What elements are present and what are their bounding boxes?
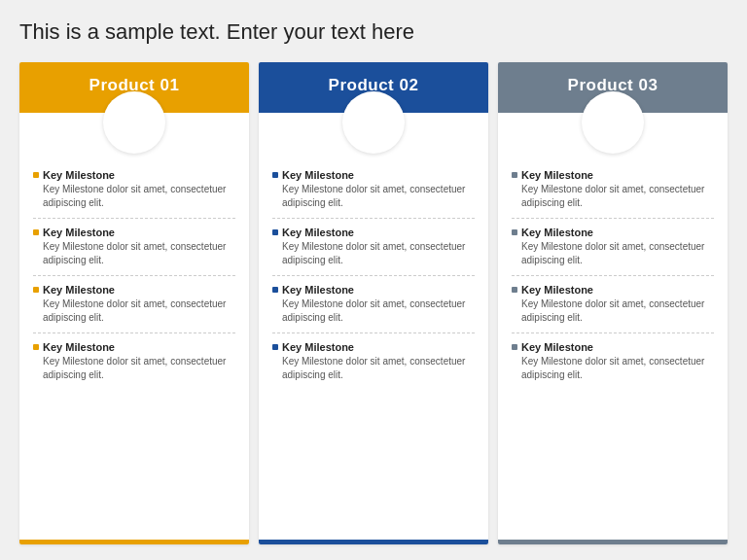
milestone-title: Key Milestone <box>272 284 475 296</box>
milestone-bullet <box>512 172 517 178</box>
milestone-title-text: Key Milestone <box>282 284 354 296</box>
milestone-title: Key Milestone <box>512 169 714 181</box>
card-body-1: Key MilestoneKey Milestone dolor sit ame… <box>19 154 249 540</box>
milestone-description: Key Milestone dolor sit amet, consectetu… <box>33 240 235 267</box>
milestone-title: Key Milestone <box>272 169 475 181</box>
milestone-item: Key MilestoneKey Milestone dolor sit ame… <box>272 219 475 276</box>
milestone-item: Key MilestoneKey Milestone dolor sit ame… <box>272 333 475 390</box>
product-card-3: Product 03 Key MilestoneKey Milestone do… <box>498 62 728 544</box>
milestone-title: Key Milestone <box>33 169 235 181</box>
milestone-bullet <box>33 229 39 235</box>
milestone-bullet <box>33 344 39 350</box>
milestone-title: Key Milestone <box>272 227 475 238</box>
milestone-title: Key Milestone <box>272 341 475 353</box>
milestone-title: Key Milestone <box>33 284 235 296</box>
milestone-description: Key Milestone dolor sit amet, consectetu… <box>33 355 235 382</box>
milestone-title-text: Key Milestone <box>282 169 354 181</box>
milestone-description: Key Milestone dolor sit amet, consectetu… <box>33 298 235 325</box>
milestone-title: Key Milestone <box>33 341 235 353</box>
milestone-bullet <box>272 344 278 350</box>
milestone-bullet <box>272 229 278 235</box>
milestone-title: Key Milestone <box>512 227 714 238</box>
milestone-item: Key MilestoneKey Milestone dolor sit ame… <box>512 219 714 276</box>
milestone-description: Key Milestone dolor sit amet, consectetu… <box>272 183 475 210</box>
card-icon-wrapper-2 <box>342 91 405 154</box>
milestone-title-text: Key Milestone <box>43 169 115 181</box>
milestone-item: Key MilestoneKey Milestone dolor sit ame… <box>272 276 475 333</box>
milestone-description: Key Milestone dolor sit amet, consectetu… <box>512 355 714 382</box>
milestone-title-text: Key Milestone <box>521 341 593 353</box>
milestone-title-text: Key Milestone <box>521 169 593 181</box>
milestone-bullet <box>272 172 278 178</box>
card-icon-wrapper-1 <box>103 91 165 154</box>
milestone-bullet <box>512 287 517 293</box>
milestone-item: Key MilestoneKey Milestone dolor sit ame… <box>33 333 235 390</box>
page-title: This is a sample text. Enter your text h… <box>19 19 728 45</box>
milestone-description: Key Milestone dolor sit amet, consectetu… <box>272 355 475 382</box>
milestone-title: Key Milestone <box>33 227 235 238</box>
milestone-title-text: Key Milestone <box>282 227 354 238</box>
milestone-item: Key MilestoneKey Milestone dolor sit ame… <box>512 333 714 390</box>
card-icon-wrapper-3 <box>582 91 644 154</box>
card-footer-bar-3 <box>498 540 728 544</box>
milestone-item: Key MilestoneKey Milestone dolor sit ame… <box>512 161 714 219</box>
milestone-title-text: Key Milestone <box>43 341 115 353</box>
milestone-title-text: Key Milestone <box>43 227 115 238</box>
milestone-item: Key MilestoneKey Milestone dolor sit ame… <box>512 276 714 333</box>
milestone-bullet <box>512 344 517 350</box>
milestone-bullet <box>33 287 39 293</box>
card-footer-bar-1 <box>19 540 249 544</box>
milestone-description: Key Milestone dolor sit amet, consectetu… <box>33 183 235 210</box>
milestone-description: Key Milestone dolor sit amet, consectetu… <box>512 183 714 210</box>
product-card-2: Product 02 Key MilestoneKey Milestone do… <box>259 62 488 544</box>
card-body-3: Key MilestoneKey Milestone dolor sit ame… <box>498 154 728 540</box>
milestone-title: Key Milestone <box>512 341 714 353</box>
milestone-title-text: Key Milestone <box>282 341 354 353</box>
milestone-title-text: Key Milestone <box>43 284 115 296</box>
milestone-description: Key Milestone dolor sit amet, consectetu… <box>272 298 475 325</box>
milestone-bullet <box>512 229 517 235</box>
milestone-description: Key Milestone dolor sit amet, consectetu… <box>512 240 714 267</box>
milestone-title-text: Key Milestone <box>521 284 593 296</box>
milestone-title: Key Milestone <box>512 284 714 296</box>
milestone-title-text: Key Milestone <box>521 227 593 238</box>
milestone-bullet <box>272 287 278 293</box>
milestone-item: Key MilestoneKey Milestone dolor sit ame… <box>272 161 475 219</box>
milestone-bullet <box>33 172 39 178</box>
milestone-description: Key Milestone dolor sit amet, consectetu… <box>512 298 714 325</box>
milestone-item: Key MilestoneKey Milestone dolor sit ame… <box>33 219 235 276</box>
milestone-description: Key Milestone dolor sit amet, consectetu… <box>272 240 475 267</box>
milestone-item: Key MilestoneKey Milestone dolor sit ame… <box>33 276 235 333</box>
card-footer-bar-2 <box>259 540 488 544</box>
product-card-1: Product 01 Key MilestoneKey Milestone do… <box>19 62 249 544</box>
cards-container: Product 01 Key MilestoneKey Milestone do… <box>19 62 728 544</box>
card-body-2: Key MilestoneKey Milestone dolor sit ame… <box>259 154 488 540</box>
milestone-item: Key MilestoneKey Milestone dolor sit ame… <box>33 161 235 219</box>
